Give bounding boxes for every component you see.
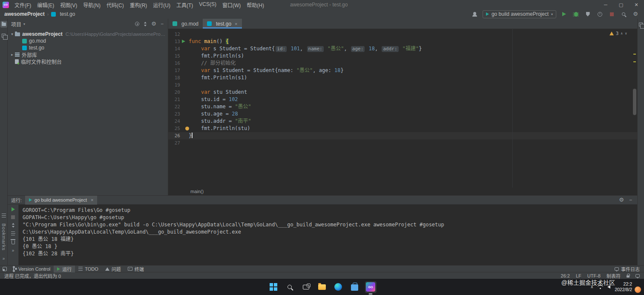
toolwindow-button-run[interactable]: 运行 — [54, 266, 75, 272]
profiler-button[interactable] — [595, 10, 604, 18]
tree-item[interactable]: 外部库 — [8, 51, 168, 58]
editor-tab[interactable]: go.mod — [168, 19, 203, 29]
debug-button[interactable] — [572, 10, 580, 18]
code-line[interactable]: 19 — [168, 81, 637, 89]
locate-file-icon[interactable] — [135, 22, 139, 26]
gear-icon[interactable] — [151, 21, 156, 27]
toolwindow-button-todo[interactable]: TODO — [75, 266, 102, 272]
toolwindow-button-version-control[interactable]: Version Control — [8, 266, 54, 272]
coverage-button[interactable] — [584, 10, 592, 18]
minimize-button[interactable]: ─ — [598, 0, 613, 9]
inspection-widget[interactable]: 3 ∧ ∨ — [610, 31, 627, 36]
menu-item[interactable]: 编辑(E) — [34, 0, 57, 10]
code-with-me-button[interactable] — [471, 10, 479, 18]
task-view-button[interactable] — [300, 281, 312, 293]
toolwindow-button-problems[interactable]: 问题 — [102, 266, 124, 272]
tree-item[interactable]: go.mod — [8, 38, 168, 44]
navigate-stacktrace-icon[interactable] — [12, 223, 15, 228]
commit-stripe-button[interactable] — [0, 32, 7, 39]
line-separator[interactable]: LF — [576, 273, 581, 278]
tree-item[interactable]: 临时文件和控制台 — [8, 58, 168, 65]
hide-panel-icon[interactable] — [629, 197, 632, 203]
code-line[interactable]: 23 stu.age = 28 — [168, 110, 637, 118]
console-output[interactable]: GOROOT=C:\Program Files\Go #gosetupGOPAT… — [19, 205, 637, 265]
more-stripe-button[interactable]: » — [0, 255, 7, 262]
store-button[interactable] — [349, 281, 360, 293]
hide-panel-icon[interactable] — [161, 21, 164, 27]
taskbar-search-button[interactable] — [284, 281, 296, 293]
settings-button[interactable] — [631, 10, 640, 18]
code-line[interactable]: 16 // 部分初始化 — [168, 60, 637, 67]
code-line[interactable]: 27 — [168, 139, 637, 147]
menu-item[interactable]: 导航(N) — [80, 0, 104, 10]
prev-warning-icon[interactable]: ∧ — [621, 32, 623, 35]
code-line[interactable]: 22 stu.name = "愚公" — [168, 103, 637, 110]
code-line[interactable]: 12 — [168, 31, 637, 38]
chevron-down-icon[interactable] — [9, 32, 15, 36]
notifications-stripe-button[interactable] — [638, 21, 644, 28]
menu-item[interactable]: 帮助(H) — [244, 0, 267, 10]
goland-taskbar-button[interactable]: GO — [365, 281, 377, 293]
gear-icon[interactable] — [619, 197, 624, 203]
code-line[interactable]: 26} — [168, 132, 637, 139]
toolwindow-button-terminal[interactable]: 终端 — [124, 266, 147, 272]
collapse-icon[interactable]: » — [12, 248, 14, 253]
code-line[interactable]: 15 fmt.Println(s) — [168, 52, 637, 60]
bookmarks-stripe-button[interactable]: Bookmarks — [1, 223, 6, 251]
soft-wrap-icon[interactable] — [11, 231, 15, 235]
menu-item[interactable]: VCS(S) — [196, 0, 219, 10]
code-line[interactable]: 18 fmt.Println(s1) — [168, 74, 637, 81]
code-line[interactable]: 17 var s1 Student = Student{name: "愚公", … — [168, 67, 637, 74]
maximize-button[interactable]: ▢ — [613, 0, 629, 9]
chevron-right-icon[interactable] — [9, 52, 15, 57]
code-line[interactable]: 25 fmt.Println(stu) — [168, 125, 637, 132]
toolwindow-switcher-icon[interactable] — [3, 267, 7, 271]
code-line[interactable]: 21 stu.id = 102 — [168, 96, 637, 103]
lock-icon[interactable] — [627, 275, 630, 278]
menu-item[interactable]: 代码(C) — [104, 0, 127, 10]
run-gutter-icon[interactable] — [182, 40, 185, 43]
tree-item[interactable]: awesomeProjectC:\Users\Happy\GolandProje… — [8, 31, 168, 38]
close-icon[interactable]: × — [91, 197, 93, 202]
project-stripe-button[interactable] — [0, 21, 7, 28]
code-line[interactable]: 13func main() { — [168, 38, 637, 45]
menu-item[interactable]: 窗口(W) — [219, 0, 244, 10]
menu-item[interactable]: 视图(V) — [57, 0, 80, 10]
run-button[interactable] — [560, 10, 568, 18]
code-line[interactable]: 20 var stu Student — [168, 89, 637, 96]
editor-scrollbar[interactable] — [632, 29, 637, 188]
notifications-icon[interactable] — [635, 274, 640, 278]
cursor-position[interactable]: 26:2 — [561, 273, 570, 278]
breadcrumb-file[interactable]: test.go — [60, 11, 75, 17]
file-explorer-button[interactable] — [316, 281, 328, 293]
tree-item[interactable]: test.go — [8, 44, 168, 51]
editor-breadcrumb[interactable]: main() — [168, 188, 637, 195]
editor-tab[interactable]: test.go× — [203, 19, 242, 29]
run-console-tab[interactable]: go build awesomeProject × — [25, 196, 97, 205]
menu-item[interactable]: 重构(R) — [127, 0, 150, 10]
expand-collapse-icon[interactable] — [144, 22, 147, 26]
event-log-button[interactable]: 事件日志 — [615, 266, 641, 272]
code-line[interactable]: 14 var s Student = Student{id: 101, name… — [168, 45, 637, 52]
run-configuration-select[interactable]: go build awesomeProject ▾ — [483, 10, 556, 18]
close-icon[interactable]: × — [235, 21, 237, 26]
structure-stripe-button[interactable] — [0, 212, 7, 219]
scrollbar-thumb[interactable] — [633, 89, 636, 115]
stop-icon[interactable] — [11, 215, 15, 219]
menu-item[interactable]: 文件(F) — [12, 0, 34, 10]
close-button[interactable]: ✕ — [629, 0, 644, 9]
edge-button[interactable] — [333, 281, 344, 293]
start-button[interactable] — [268, 281, 279, 293]
file-encoding[interactable]: UTF-8 — [587, 273, 601, 278]
code-editor[interactable]: 1213func main() {14 var s Student = Stud… — [168, 29, 637, 188]
code-line[interactable]: 24 stu.addr = "南平" — [168, 118, 637, 125]
tray-clock[interactable]: 22:2 2022/8/2 — [615, 281, 632, 292]
stop-button[interactable] — [607, 10, 616, 18]
clear-console-icon[interactable] — [12, 240, 15, 244]
menu-item[interactable]: 运行(U) — [150, 0, 173, 10]
search-everywhere-button[interactable] — [619, 10, 628, 18]
project-panel-title[interactable]: 项目 — [11, 20, 21, 28]
next-warning-icon[interactable]: ∨ — [625, 32, 627, 35]
rerun-icon[interactable] — [12, 207, 15, 211]
breadcrumb-project[interactable]: awesomeProject — [4, 11, 45, 17]
